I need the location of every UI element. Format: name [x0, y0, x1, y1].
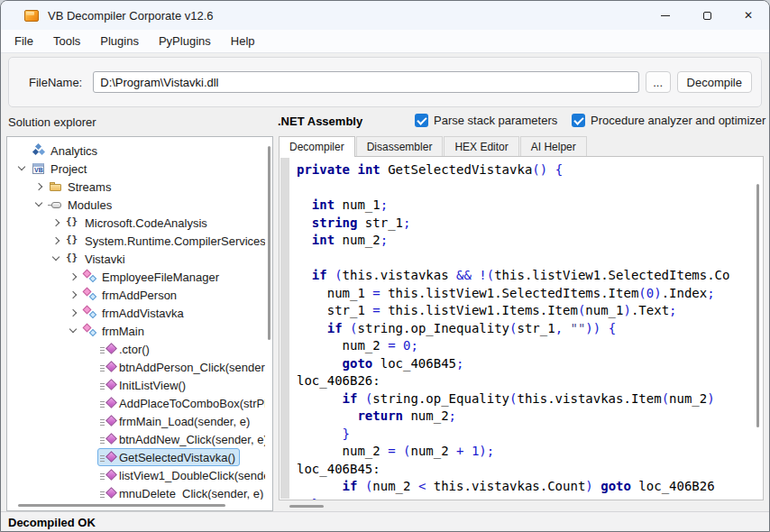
- tree-item-microsoft-codeanalysis[interactable]: {}Microsoft.CodeAnalysis: [7, 214, 265, 232]
- tree-item-mnudelete-click-sender-e[interactable]: mnuDelete_Click(sender, e): [7, 484, 265, 500]
- decompile-button[interactable]: Decompile: [677, 71, 752, 93]
- tree-item-project[interactable]: VBProject: [7, 160, 265, 178]
- expander-spacer: [83, 360, 97, 374]
- tree-item-content: AddPlaceToComboBox(strPl: [97, 394, 265, 412]
- tree-item-frmaddperson[interactable]: frmAddPerson: [7, 286, 265, 304]
- chevron-right-icon[interactable]: [66, 306, 80, 320]
- tree-item-label: InitListView(): [119, 379, 186, 392]
- close-button[interactable]: ✕: [728, 1, 769, 30]
- tree-item-content: Modules: [46, 196, 116, 214]
- class-icon: [82, 324, 98, 338]
- tree-item-getselectedvistavka[interactable]: GetSelectedVistavka(): [7, 448, 265, 466]
- tree-item-label: Vistavki: [85, 252, 125, 266]
- menu-bar: FileToolsPluginsPyPluginsHelp: [1, 30, 769, 53]
- tab-strip: DecompilerDisassemblerHEX EditorAI Helpe…: [279, 136, 764, 156]
- tree-item-analytics[interactable]: Analytics: [7, 142, 265, 160]
- tree-item-frmmain-load-sender-e[interactable]: frmMain_Load(sender, e): [7, 412, 265, 430]
- chevron-down-icon[interactable]: [32, 197, 46, 212]
- tab-hex-editor[interactable]: HEX Editor: [444, 136, 518, 156]
- browse-button[interactable]: ...: [646, 71, 671, 93]
- tree-item-label: Modules: [68, 198, 112, 212]
- tree-item-initlistview[interactable]: InitListView(): [7, 376, 265, 394]
- procedure-analyzer-checkbox[interactable]: Procedure analyzer and optimizer: [572, 114, 765, 127]
- tree-item-label: frmMain_Load(sender, e): [119, 415, 250, 428]
- tree-item-vistavki[interactable]: {}Vistavki: [7, 250, 265, 268]
- code-line: if (this.vistavkas && !(this.listView1.S…: [297, 267, 756, 285]
- app-icon: [24, 10, 39, 22]
- folder-icon: [48, 179, 64, 194]
- maximize-button[interactable]: [686, 1, 728, 30]
- tree-item-label: Microsoft.CodeAnalysis: [85, 216, 207, 230]
- menu-plugins[interactable]: Plugins: [90, 32, 149, 50]
- tree-item-content: btnAddNew_Click(sender, e): [97, 430, 265, 448]
- code-vertical-scrollbar[interactable]: [756, 184, 759, 427]
- status-bar: Decompiled OK: [1, 511, 769, 532]
- code-line: loc_406B45:: [297, 461, 756, 479]
- braces-icon: {}: [65, 234, 81, 248]
- code-line: }: [297, 426, 756, 444]
- assembly-type-label: .NET Assembly: [278, 115, 362, 128]
- tree-vertical-scrollbar[interactable]: [268, 146, 270, 340]
- code-line: str_1 = this.listView1.Items.Item(num_1)…: [297, 302, 756, 320]
- tree-item-content: mnuDelete_Click(sender, e): [97, 484, 265, 500]
- expander-spacer: [83, 342, 97, 356]
- chevron-down-icon[interactable]: [14, 161, 29, 176]
- tree-item-content: {}Vistavki: [63, 250, 130, 268]
- method-icon: [99, 360, 115, 374]
- tree-item-content: .ctor(): [97, 340, 154, 358]
- checkbox-checked-icon: [415, 114, 428, 127]
- chevron-right-icon[interactable]: [49, 216, 63, 230]
- menu-tools[interactable]: Tools: [43, 32, 90, 50]
- menu-help[interactable]: Help: [221, 32, 265, 50]
- minimize-button[interactable]: [645, 1, 686, 30]
- code-horizontal-scrollbar[interactable]: [289, 505, 324, 508]
- code-line: if (string.op_Inequality(str_1, "")) {: [297, 320, 756, 338]
- tree-item-listview1-doubleclick-sende[interactable]: listView1_DoubleClick(sende: [7, 466, 265, 484]
- method-icon: [99, 486, 115, 500]
- code-line: num_2 = (num_2 + 1);: [297, 443, 756, 461]
- tree-item-label: AddPlaceToComboBox(strPl: [119, 397, 265, 410]
- parse-stack-parameters-checkbox[interactable]: Parse stack parameters: [415, 114, 557, 127]
- tab-decompiler[interactable]: Decompiler: [279, 136, 355, 157]
- tree-item-content: btnAddPerson_Click(sender,: [97, 358, 265, 376]
- tree-item-btnaddnew-click-sender-e[interactable]: btnAddNew_Click(sender, e): [7, 430, 265, 448]
- tree-item-content: VBProject: [29, 160, 91, 178]
- project-icon: VB: [31, 161, 47, 176]
- chevron-right-icon[interactable]: [49, 234, 63, 248]
- method-icon: [99, 450, 115, 464]
- code-line: [297, 179, 756, 197]
- filename-input[interactable]: [93, 71, 638, 93]
- tree-item-system-runtime-compilerservices[interactable]: {}System.Runtime.CompilerServices: [7, 232, 265, 250]
- tree-horizontal-scrollbar[interactable]: [18, 504, 225, 507]
- tree-item-streams[interactable]: Streams: [7, 178, 265, 196]
- code-line: goto loc_406B45;: [297, 355, 756, 373]
- tree-item-content: frmAddVistavka: [80, 304, 188, 322]
- code-line: int num_1;: [297, 197, 756, 215]
- chevron-down-icon[interactable]: [49, 252, 63, 266]
- expander-spacer: [83, 432, 97, 446]
- tree-item-addplacetocombobox-strpl[interactable]: AddPlaceToComboBox(strPl: [7, 394, 265, 412]
- tree-item-ctor[interactable]: .ctor(): [7, 340, 265, 358]
- chevron-right-icon[interactable]: [66, 270, 80, 284]
- chevron-right-icon[interactable]: [66, 288, 80, 302]
- tree-item-btnaddperson-click-sender[interactable]: btnAddPerson_Click(sender,: [7, 358, 265, 376]
- tab-disassembler[interactable]: Disassembler: [356, 136, 444, 156]
- tree-item-label: btnAddPerson_Click(sender,: [119, 361, 265, 374]
- app-window: VB Decompiler Corporate v12.6 ✕ FileTool…: [0, 0, 770, 532]
- menu-file[interactable]: File: [5, 32, 43, 50]
- tree-item-label: .ctor(): [119, 343, 150, 356]
- tree-item-label: System.Runtime.CompilerServices: [85, 234, 265, 248]
- tree-item-label: frmMain: [102, 325, 144, 338]
- chevron-down-icon[interactable]: [66, 324, 80, 338]
- menu-pyplugins[interactable]: PyPlugins: [149, 32, 221, 50]
- tree-item-label: btnAddNew_Click(sender, e): [119, 433, 265, 446]
- code-editor[interactable]: private int GetSelectedVistavka() { int …: [297, 161, 756, 500]
- tab-ai-helper[interactable]: AI Helper: [520, 136, 587, 156]
- class-icon: [82, 270, 98, 284]
- tree-item-frmaddvistavka[interactable]: frmAddVistavka: [7, 304, 265, 322]
- tree-item-frmmain[interactable]: frmMain: [7, 322, 265, 340]
- tree-item-employeefilemanager[interactable]: EmployeeFileManager: [7, 268, 265, 286]
- code-line: int num_2;: [297, 232, 756, 250]
- tree-item-modules[interactable]: Modules: [7, 196, 265, 214]
- chevron-right-icon[interactable]: [32, 179, 46, 194]
